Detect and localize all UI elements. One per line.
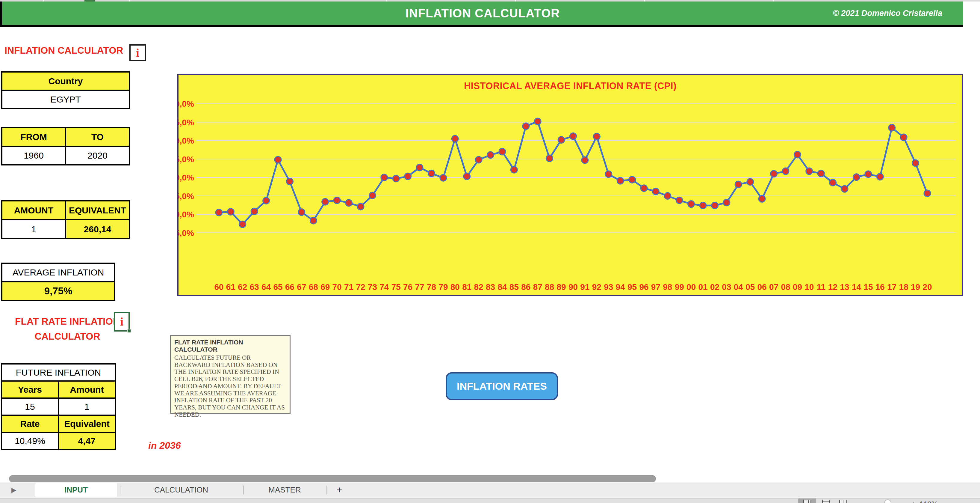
svg-text:65: 65 xyxy=(274,283,283,292)
country-value-cell[interactable]: EGYPT xyxy=(2,90,129,109)
svg-text:20,0%: 20,0% xyxy=(178,136,194,145)
rate-label: Rate xyxy=(2,415,59,432)
svg-text:02: 02 xyxy=(710,283,719,292)
svg-text:61: 61 xyxy=(226,283,235,292)
info-icon: i xyxy=(136,46,139,59)
svg-text:04: 04 xyxy=(734,283,743,292)
horizontal-scrollbar[interactable] xyxy=(9,475,656,482)
svg-text:60: 60 xyxy=(214,283,223,292)
tab-master-label: MASTER xyxy=(268,485,301,495)
svg-text:96: 96 xyxy=(639,283,648,292)
equivalent-label: EQUIVALENT xyxy=(65,201,129,220)
svg-text:14: 14 xyxy=(852,283,861,292)
tab-divider xyxy=(243,485,244,494)
page-layout-view-icon[interactable] xyxy=(822,500,830,503)
rate-value-cell[interactable]: 10,49% xyxy=(2,432,59,449)
svg-text:19: 19 xyxy=(911,283,920,292)
svg-text:82: 82 xyxy=(474,283,484,292)
info-button-calculator[interactable]: i xyxy=(129,45,146,61)
svg-text:93: 93 xyxy=(604,283,613,292)
amount-table: AMOUNT EQUIVALENT 1 260,14 xyxy=(1,200,130,239)
svg-text:73: 73 xyxy=(368,283,377,292)
svg-text:06: 06 xyxy=(757,283,767,292)
svg-text:85: 85 xyxy=(509,283,519,292)
zoom-in-icon[interactable]: + xyxy=(911,500,916,503)
country-table: Country EGYPT xyxy=(1,71,130,109)
svg-text:94: 94 xyxy=(616,283,625,292)
svg-text:98: 98 xyxy=(663,283,672,292)
svg-text:91: 91 xyxy=(580,283,589,292)
svg-text:01: 01 xyxy=(698,283,708,292)
svg-text:11: 11 xyxy=(816,283,826,292)
svg-text:74: 74 xyxy=(379,283,389,292)
page-break-view-icon[interactable] xyxy=(839,500,847,503)
amount-label: Amount xyxy=(59,381,115,398)
tab-divider xyxy=(120,485,120,494)
tab-calculation-label: CALCULATION xyxy=(154,485,208,495)
tab-input[interactable]: INPUT xyxy=(35,483,117,497)
svg-text:63: 63 xyxy=(250,283,259,292)
from-year-cell[interactable]: 1960 xyxy=(2,146,65,165)
svg-text:90: 90 xyxy=(568,283,578,292)
svg-text:15: 15 xyxy=(864,283,873,292)
svg-text:15,0%: 15,0% xyxy=(178,155,194,164)
flat-rate-heading: FLAT RATE INFLATION CALCULATOR xyxy=(6,314,129,344)
status-bar: + 110% xyxy=(0,498,980,503)
svg-text:80: 80 xyxy=(450,283,460,292)
sheet-tab-bar: ▶ INPUT CALCULATION MASTER + xyxy=(0,482,980,497)
add-sheet-button[interactable]: + xyxy=(329,483,350,497)
svg-text:87: 87 xyxy=(533,283,542,292)
period-table: FROM TO 1960 2020 xyxy=(1,127,130,166)
amount-value-cell[interactable]: 1 xyxy=(2,220,65,239)
svg-text:89: 89 xyxy=(557,283,566,292)
info-button-flat-rate[interactable]: i xyxy=(114,312,130,332)
years-value-cell[interactable]: 15 xyxy=(2,398,59,415)
svg-text:86: 86 xyxy=(521,283,530,292)
svg-text:70: 70 xyxy=(332,283,342,292)
flat-rate-heading-line2: CALCULATOR xyxy=(6,329,129,344)
inflation-rates-button-label: INFLATION RATES xyxy=(457,380,547,392)
svg-text:20: 20 xyxy=(923,283,932,292)
average-inflation-value: 9,75% xyxy=(2,282,115,300)
normal-view-icon[interactable] xyxy=(803,500,811,503)
tab-master[interactable]: MASTER xyxy=(245,483,325,497)
svg-text:71: 71 xyxy=(344,283,353,292)
svg-text:68: 68 xyxy=(309,283,318,292)
svg-text:62: 62 xyxy=(238,283,247,292)
in-year-note: in 2036 xyxy=(148,440,181,451)
from-label: FROM xyxy=(2,128,65,146)
zoom-level-text: 110% xyxy=(920,500,938,503)
svg-text:83: 83 xyxy=(486,283,495,292)
svg-text:76: 76 xyxy=(403,283,412,292)
sheet-nav-arrow-icon[interactable]: ▶ xyxy=(11,486,16,494)
svg-text:05: 05 xyxy=(746,283,755,292)
svg-text:67: 67 xyxy=(297,283,306,292)
svg-text:66: 66 xyxy=(285,283,294,292)
svg-text:07: 07 xyxy=(769,283,778,292)
cell-fill-handle[interactable] xyxy=(127,329,131,333)
svg-text:72: 72 xyxy=(356,283,365,292)
amount-value-cell[interactable]: 1 xyxy=(59,398,115,415)
svg-text:18: 18 xyxy=(899,283,908,292)
svg-text:30,0%: 30,0% xyxy=(178,99,194,109)
svg-text:97: 97 xyxy=(651,283,660,292)
svg-text:00: 00 xyxy=(686,283,696,292)
to-label: TO xyxy=(65,128,129,146)
inflation-rates-button[interactable]: INFLATION RATES xyxy=(445,372,558,400)
zoom-slider-knob[interactable] xyxy=(884,500,891,503)
info-icon: i xyxy=(120,315,123,328)
equivalent-value-cell: 260,14 xyxy=(65,220,129,239)
title-banner: INFLATION CALCULATOR © 2021 Domenico Cri… xyxy=(0,2,963,27)
to-year-cell[interactable]: 2020 xyxy=(65,146,129,165)
svg-text:78: 78 xyxy=(427,283,436,292)
svg-text:0,0%: 0,0% xyxy=(178,210,194,219)
amount-label: AMOUNT xyxy=(2,201,65,220)
inflation-calculator-heading: INFLATION CALCULATOR xyxy=(5,45,130,56)
future-inflation-table: FUTURE INFLATION Years Amount 15 1 Rate … xyxy=(1,363,116,450)
svg-text:77: 77 xyxy=(415,283,425,292)
svg-text:88: 88 xyxy=(545,283,554,292)
chart-svg: 30,0%25,0%20,0%15,0%10,0%5,0%0,0%-5,0%60… xyxy=(178,75,962,295)
tab-calculation[interactable]: CALCULATION xyxy=(121,483,241,497)
svg-text:79: 79 xyxy=(439,283,448,292)
svg-text:09: 09 xyxy=(793,283,802,292)
